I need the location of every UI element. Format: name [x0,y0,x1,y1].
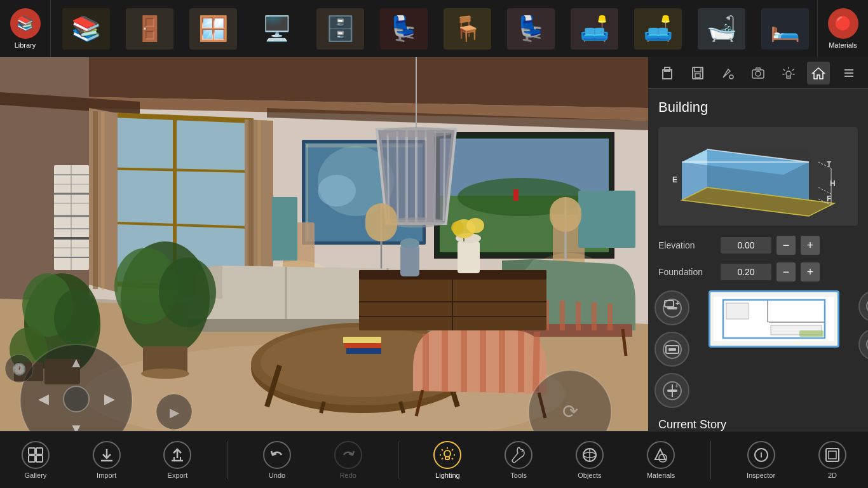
svg-text:🕐: 🕐 [12,362,27,376]
furniture-sofa-pink[interactable]: 🛋️ [566,3,623,54]
story-right-buttons [852,290,868,408]
elevation-label: Elevation [658,240,715,250]
redo-button[interactable]: Redo [327,431,370,488]
story-select-button[interactable] [858,290,868,322]
svg-text:+: + [675,299,679,307]
furniture-door-single[interactable]: 🚪 [121,3,178,54]
svg-point-144 [786,71,791,76]
furniture-tv-monitor[interactable]: 🖥️ [248,3,305,54]
svg-line-55 [397,131,398,222]
elevation-row: Elevation − + [648,232,868,259]
add-story-button[interactable]: + [654,290,689,325]
furniture-bookshelf[interactable]: 📚 [57,3,114,54]
gallery-label: Gallery [24,471,46,479]
svg-line-160 [818,187,831,194]
inspector-label: Inspector [747,471,775,479]
svg-text:i: i [760,450,763,459]
floor-plan-thumbnail[interactable] [709,290,839,348]
save-tool-icon[interactable] [686,62,709,85]
add-story2-button[interactable]: + [654,373,689,408]
elevation-plus-button[interactable]: + [801,236,820,255]
lighting-icon [433,441,461,469]
tools-icon [505,441,532,469]
elevation-minus-button[interactable]: − [776,236,796,255]
foundation-label: Foundation [658,267,715,277]
inspector-button[interactable]: i Inspector [739,431,783,488]
svg-text:F: F [827,194,831,203]
library-label: Library [15,41,36,49]
furniture-bed[interactable]: 🛏️ [756,3,813,54]
svg-rect-67 [550,197,581,232]
story-view-button[interactable] [858,329,868,360]
paint-tool-icon[interactable] [716,62,739,85]
building-diagram: T H E F [658,127,858,226]
svg-rect-139 [695,67,701,72]
furniture-icon: 🛋️ [634,8,682,50]
foundation-plus-button[interactable]: + [801,262,820,281]
svg-line-59 [435,131,435,222]
light-tool-icon[interactable] [777,62,800,85]
2d-button[interactable]: 2D [811,431,854,488]
furniture-window-french[interactable]: 🪟 [184,3,241,54]
room-scene: ▲ ◀ ▶ ▼ 🕐 ▶ ⟳ [0,57,648,432]
home-tool-icon[interactable] [807,62,830,85]
svg-rect-190 [29,456,35,462]
svg-rect-50 [578,191,635,248]
undo-button[interactable]: Undo [255,431,299,488]
materials-bottom-icon [647,441,675,469]
furniture-bathtub[interactable]: 🛁 [693,3,750,54]
svg-point-143 [756,71,761,76]
library-button[interactable]: 📚 Library [0,0,51,57]
furniture-icon: 🛋️ [571,8,618,50]
foundation-minus-button[interactable]: − [776,262,796,281]
lighting-button[interactable]: Lighting [426,431,469,488]
svg-rect-105 [400,245,419,276]
svg-rect-189 [36,448,43,454]
svg-text:◀: ◀ [38,391,49,407]
top-library-bar: 📚 Library 📚🚪🪟🖥️🗄️💺🪑💺🛋️🛋️🛁🛏️🗄️🪑 🔴 Materia… [0,0,868,57]
building-tool-icon[interactable] [656,62,679,85]
elevation-input[interactable] [721,237,771,254]
list-tool-icon[interactable] [837,62,860,85]
foundation-input[interactable] [721,264,771,280]
divider-3 [710,441,711,479]
svg-point-119 [159,257,216,327]
gallery-button[interactable]: Gallery [14,431,57,488]
redo-label: Redo [340,471,356,479]
move-story-button[interactable] [654,332,689,367]
svg-rect-76 [343,337,381,343]
export-button[interactable]: Export [156,431,199,488]
svg-rect-101 [359,270,546,280]
furniture-armchair-yellow[interactable]: 🪑 [438,3,496,54]
tools-button[interactable]: Tools [497,431,540,488]
svg-rect-191 [36,456,43,462]
objects-button[interactable]: Objects [568,431,611,488]
tools-label: Tools [510,471,527,479]
2d-icon [818,441,846,469]
svg-text:H: H [830,179,836,188]
furniture-icon: 🗄️ [316,8,364,50]
svg-point-106 [400,238,419,248]
materials-button[interactable]: 🔴 Materials [817,0,868,57]
svg-point-127 [64,386,89,412]
svg-rect-183 [799,330,824,337]
furniture-armchair-pink[interactable]: 💺 [502,3,559,54]
svg-rect-170 [668,348,676,351]
furniture-icon: 💺 [380,8,428,50]
svg-text:▶: ▶ [170,405,180,419]
svg-line-203 [442,449,443,451]
panel-toolbar [648,57,868,89]
svg-line-200 [452,449,453,451]
import-button[interactable]: Import [85,431,128,488]
furniture-armchair-red[interactable]: 💺 [375,3,432,54]
materials-bottom-button[interactable]: Materials [639,431,683,488]
furniture-dresser[interactable]: 🗄️ [311,3,369,54]
export-label: Export [168,471,188,479]
camera-tool-icon[interactable] [747,62,770,85]
furniture-sofa-yellow[interactable]: 🛋️ [629,3,686,54]
story-grid: + + [648,285,868,413]
svg-line-97 [536,332,537,391]
2d-label: 2D [828,471,837,479]
lighting-label: Lighting [435,471,460,479]
svg-point-34 [318,175,356,207]
